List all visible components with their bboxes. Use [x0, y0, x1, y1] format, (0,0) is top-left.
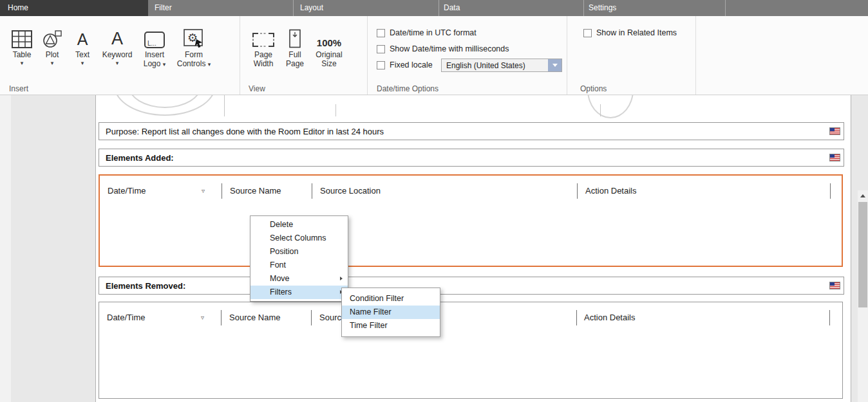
cutoff-cell-border — [224, 95, 225, 116]
tab-filter[interactable]: Filter — [155, 0, 172, 16]
plot-icon — [42, 21, 62, 50]
utc-checkbox[interactable] — [377, 29, 385, 37]
menu-item-filters[interactable]: Filters — [250, 286, 348, 299]
elements-removed-table[interactable]: Date/Time ▿ Source Name Source Location … — [99, 302, 843, 399]
cutoff-cell-border — [600, 104, 601, 116]
tab-layout[interactable]: Layout — [300, 0, 323, 16]
text-button[interactable]: A Text ▾ — [67, 21, 98, 66]
column-header-datetime[interactable]: Date/Time — [108, 183, 146, 199]
column-separator — [221, 310, 222, 325]
table-button[interactable]: Table ▾ — [6, 21, 37, 66]
group-separator — [567, 16, 567, 95]
menu-item-delete[interactable]: Delete — [250, 218, 348, 232]
elements-added-row[interactable]: Elements Added: — [99, 149, 844, 167]
menu-item-name-filter[interactable]: Name Filter — [342, 306, 440, 319]
cutoff-cell-border — [335, 104, 336, 116]
plot-button[interactable]: Plot ▾ — [37, 21, 67, 66]
us-flag-icon[interactable] — [829, 127, 840, 135]
menu-item-condition-filter[interactable]: Condition Filter — [342, 292, 440, 306]
keyword-button-label: Keyword — [102, 50, 133, 59]
view-group-label: View — [249, 84, 265, 93]
filters-submenu: Condition Filter Name Filter Time Filter — [341, 288, 440, 337]
menu-item-font[interactable]: Font — [250, 259, 348, 272]
tab-settings[interactable]: Settings — [589, 0, 616, 16]
locale-select-dropdown-icon[interactable] — [548, 59, 561, 71]
column-header-source-name[interactable]: Source Name — [229, 310, 280, 325]
tab-separator — [725, 0, 726, 16]
us-flag-icon[interactable] — [829, 154, 840, 161]
column-separator — [830, 183, 831, 199]
insert-logo-icon: L... — [144, 32, 165, 48]
menu-item-move[interactable]: Move — [250, 272, 348, 286]
column-header-source-name[interactable]: Source Name — [230, 183, 281, 199]
elements-added-title: Elements Added: — [99, 153, 829, 163]
locale-select[interactable]: English (United States) — [441, 59, 562, 72]
insert-logo-button[interactable]: L... Insert Logo ▾ — [137, 21, 173, 69]
fixed-locale-checkbox-label: Fixed locale — [390, 60, 433, 69]
full-page-button-label: Full Page — [284, 50, 306, 68]
column-header-action-details[interactable]: Action Details — [585, 183, 636, 199]
form-controls-button-label: Form Controls ▾ — [174, 50, 214, 69]
form-controls-button[interactable]: ⚙ Form Controls ▾ — [173, 21, 215, 69]
sort-chevron-icon[interactable]: ▿ — [201, 312, 204, 324]
text-button-label: Text — [75, 50, 90, 59]
submenu-arrow-icon — [340, 277, 343, 280]
purpose-row[interactable]: Purpose: Report list all changes done wi… — [99, 122, 844, 140]
table-button-label: Table — [13, 50, 32, 59]
column-header-source-location[interactable]: Source Location — [320, 183, 381, 199]
original-size-button-label: Original Size — [312, 50, 346, 68]
full-page-button[interactable]: Full Page — [279, 21, 310, 68]
scrollbar-thumb[interactable] — [858, 202, 867, 307]
page-width-button-label: Page Width — [250, 50, 276, 68]
insert-logo-button-label: Insert Logo ▾ — [138, 50, 171, 69]
menu-item-position[interactable]: Position — [250, 245, 348, 259]
report-page: Purpose: Report list all changes done wi… — [95, 95, 851, 402]
us-flag-icon[interactable] — [829, 282, 840, 289]
dropdown-arrow-icon: ▾ — [163, 61, 166, 68]
ribbon-tab-bar: Home Filter Layout Data Settings — [0, 0, 868, 16]
column-separator — [312, 183, 312, 199]
page-width-button[interactable]: Page Width — [247, 21, 279, 68]
app-window: Home Filter Layout Data Settings — [0, 0, 868, 402]
datetime-options-group-label: Date/time Options — [377, 84, 439, 93]
tab-home[interactable]: Home — [0, 0, 148, 16]
keyword-button[interactable]: A Keyword ▾ — [98, 21, 137, 66]
table-icon — [12, 21, 32, 50]
fixed-locale-checkbox-row: Fixed locale — [377, 60, 433, 69]
sort-chevron-icon[interactable]: ▿ — [202, 185, 205, 197]
original-size-icon: 100% — [317, 37, 341, 48]
menu-item-select-columns[interactable]: Select Columns — [250, 232, 348, 245]
column-header-datetime[interactable]: Date/Time — [107, 310, 145, 325]
dropdown-arrow-icon: ▾ — [81, 60, 84, 66]
column-separator — [577, 183, 578, 199]
group-separator — [240, 16, 240, 95]
column-header-action-details[interactable]: Action Details — [584, 310, 635, 325]
tab-separator — [439, 0, 439, 16]
dropdown-arrow-icon: ▾ — [116, 60, 119, 66]
related-items-checkbox-label: Show in Related Items — [596, 28, 677, 37]
options-group-label: Options — [580, 84, 607, 93]
table-context-menu: Delete Select Columns Position Font Move… — [250, 215, 348, 302]
elements-added-table[interactable]: Date/Time ▿ Source Name Source Location … — [99, 174, 843, 267]
utc-checkbox-label: Date/time in UTC format — [390, 28, 476, 37]
page-width-icon — [252, 21, 275, 50]
original-size-button[interactable]: 100% Original Size — [310, 21, 348, 68]
elements-removed-row[interactable]: Elements Removed: — [99, 277, 844, 295]
scrollbar-up-arrow[interactable] — [858, 190, 868, 201]
insert-group-label: Insert — [9, 84, 28, 93]
full-page-icon — [287, 21, 303, 50]
related-items-checkbox-row: Show in Related Items — [583, 28, 677, 37]
tab-data[interactable]: Data — [444, 0, 460, 16]
purpose-text: Purpose: Report list all changes done wi… — [99, 127, 829, 136]
milliseconds-checkbox[interactable] — [377, 45, 385, 53]
tab-separator — [293, 0, 294, 16]
vertical-scrollbar[interactable] — [858, 190, 868, 402]
menu-item-time-filter[interactable]: Time Filter — [342, 319, 440, 333]
group-separator — [695, 16, 696, 95]
dropdown-arrow-icon: ▾ — [208, 61, 211, 68]
column-separator — [829, 310, 830, 325]
related-items-checkbox[interactable] — [583, 29, 592, 37]
document-area: Purpose: Report list all changes done wi… — [0, 95, 868, 402]
milliseconds-checkbox-label: Show Date/time with milliseconds — [390, 44, 509, 53]
fixed-locale-checkbox[interactable] — [377, 61, 385, 69]
